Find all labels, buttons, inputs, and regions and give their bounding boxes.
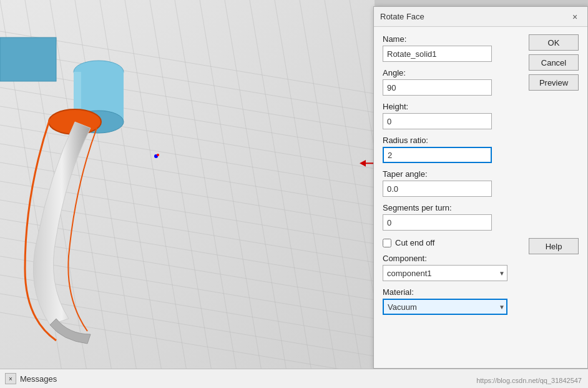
watermark-text: https://blog.csdn.net/qq_31842547 [476, 377, 582, 384]
material-label: Material: [383, 287, 579, 297]
svg-line-28 [300, 0, 362, 369]
taper-angle-input[interactable] [383, 181, 492, 197]
ok-button[interactable]: OK [529, 34, 579, 51]
material-select-wrapper: Vacuum ▼ [383, 299, 507, 315]
svg-line-29 [325, 0, 375, 369]
preview-button[interactable]: Preview [529, 74, 579, 91]
help-button[interactable]: Help [529, 238, 579, 254]
svg-line-22 [150, 0, 212, 369]
segments-label: Segments per turn: [383, 203, 579, 212]
svg-line-26 [250, 0, 312, 369]
svg-line-23 [175, 0, 237, 369]
cut-end-off-checkbox[interactable] [383, 239, 391, 247]
dialog-title: Rotate Face [380, 12, 424, 21]
angle-input[interactable] [383, 79, 492, 96]
dialog-action-buttons: OK Cancel Preview [529, 34, 579, 91]
svg-line-27 [275, 0, 337, 369]
messages-close-button[interactable]: × [5, 373, 16, 384]
svg-point-38 [157, 154, 159, 156]
height-label: Height: [383, 102, 579, 111]
radius-ratio-label: Radius ratio: [383, 136, 579, 145]
3d-viewport[interactable] [0, 0, 375, 369]
svg-line-19 [75, 0, 137, 369]
close-button[interactable]: × [569, 11, 581, 23]
rotate-face-dialog: Rotate Face × OK Cancel Preview Name: An… [373, 6, 588, 369]
dialog-titlebar: Rotate Face × [374, 7, 587, 27]
svg-line-21 [125, 0, 187, 369]
material-select[interactable]: Vacuum [383, 299, 507, 315]
cut-end-off-row: Cut end off [383, 238, 434, 247]
segments-input[interactable] [383, 214, 492, 231]
name-input[interactable] [383, 46, 492, 62]
messages-label: Messages [20, 374, 57, 384]
height-input[interactable] [383, 113, 492, 129]
svg-rect-35 [0, 37, 56, 81]
cancel-button[interactable]: Cancel [529, 54, 579, 71]
messages-bar: × Messages https://blog.csdn.net/qq_3184… [0, 369, 588, 388]
cut-end-off-label: Cut end off [395, 238, 434, 247]
component-select[interactable]: component1 [383, 265, 507, 281]
radius-ratio-input[interactable] [383, 147, 492, 163]
component-label: Component: [383, 254, 579, 263]
svg-line-25 [225, 0, 287, 369]
taper-angle-label: Taper angle: [383, 169, 579, 179]
svg-line-30 [350, 0, 375, 369]
component-select-wrapper: component1 ▼ [383, 265, 507, 281]
